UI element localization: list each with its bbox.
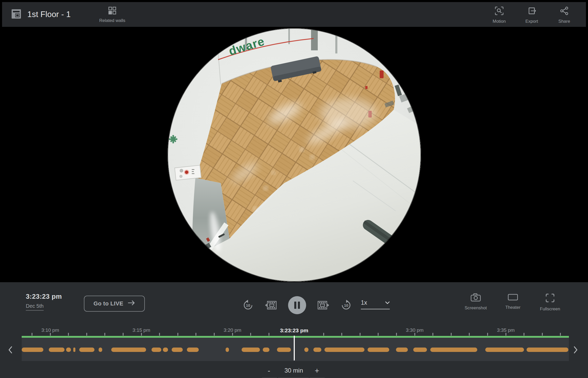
timeline-tick	[250, 333, 251, 336]
timeline-tick	[32, 333, 33, 336]
motion-event-segment[interactable]	[413, 348, 427, 352]
timeline-window-label: 30 min	[278, 367, 309, 374]
motion-event-segment[interactable]	[277, 348, 291, 352]
camera-icon	[471, 293, 481, 303]
motion-event-segment[interactable]	[172, 348, 183, 352]
timeline-tick	[196, 333, 196, 336]
playhead[interactable]	[294, 336, 295, 360]
video-viewport[interactable]: dware	[0, 27, 588, 282]
timeline-time-label: 3:10 pm	[41, 327, 59, 333]
motion-event-segment[interactable]	[527, 348, 568, 352]
export-label: Export	[525, 19, 538, 24]
previous-frame-button[interactable]	[265, 300, 277, 310]
timeline-tick	[159, 333, 160, 336]
date-link[interactable]: Dec 5th	[26, 303, 44, 311]
fullscreen-label: Fullscreen	[540, 306, 560, 312]
motion-event-segment[interactable]	[187, 348, 199, 352]
timeline[interactable]: 3:23:23 pm 3:10 pm3:15 pm3:20 pm3:30 pm3…	[22, 327, 569, 361]
motion-event-segment[interactable]	[430, 348, 477, 352]
motion-event-segment[interactable]	[313, 348, 321, 352]
chevron-left-icon	[8, 346, 13, 354]
motion-event-segment[interactable]	[99, 348, 102, 352]
export-icon	[527, 6, 536, 17]
timeline-zoom-out-button[interactable]: -	[261, 365, 277, 376]
motion-event-segment[interactable]	[226, 348, 229, 352]
rewind-10-button[interactable]: 10	[242, 299, 254, 311]
motion-event-segment[interactable]	[263, 348, 269, 352]
related-walls-label: Related walls	[99, 18, 125, 23]
timeline-tick	[469, 333, 470, 336]
motion-event-segment[interactable]	[396, 348, 408, 352]
speed-value: 1x	[361, 299, 367, 306]
export-button[interactable]: Export	[523, 6, 540, 24]
motion-event-segment[interactable]	[242, 348, 260, 352]
related-walls-button[interactable]: Related walls	[93, 6, 132, 23]
motion-event-segment[interactable]	[66, 348, 71, 352]
rewind-10-icon: 10	[242, 299, 254, 311]
go-to-live-button[interactable]: Go to LIVE	[84, 296, 145, 312]
page-title: 1st Floor - 1	[27, 10, 71, 19]
timeline-tick	[214, 333, 215, 336]
share-label: Share	[558, 19, 570, 24]
motion-event-segment[interactable]	[79, 348, 94, 352]
timeline-band[interactable]	[22, 338, 569, 361]
playback-speed-select[interactable]: 1x	[361, 299, 390, 309]
screenshot-label: Screenshot	[465, 305, 487, 311]
timeline-scroll-left-button[interactable]	[6, 345, 15, 355]
timeline-tick	[433, 333, 433, 336]
motion-event-segment[interactable]	[152, 348, 161, 352]
timeline-tick	[123, 333, 124, 336]
share-button[interactable]: Share	[556, 6, 573, 24]
forward-10-icon: 10	[340, 299, 352, 311]
view-actions: Screenshot Theater Fullscreen	[462, 293, 564, 312]
motion-label: Motion	[492, 19, 506, 24]
timeline-tick	[451, 333, 451, 336]
motion-event-segment[interactable]	[163, 348, 168, 352]
chevron-right-icon	[573, 346, 578, 354]
wall-layout-icon	[11, 9, 21, 20]
timeline-time-label: 3:30 pm	[406, 327, 424, 333]
go-to-live-label: Go to LIVE	[93, 300, 123, 307]
camera-title-group: 1st Floor - 1	[11, 2, 71, 27]
timeline-tick	[360, 333, 360, 336]
timeline-tick	[542, 333, 543, 336]
motion-event-segment[interactable]	[22, 348, 43, 352]
chevron-down-icon	[385, 301, 390, 305]
timeline-time-label: 3:35 pm	[497, 327, 515, 333]
motion-event-segment[interactable]	[485, 348, 524, 352]
motion-event-segment[interactable]	[73, 348, 75, 352]
next-frame-button[interactable]	[317, 300, 329, 310]
motion-button[interactable]: Motion	[491, 6, 507, 24]
motion-event-segment[interactable]	[304, 348, 308, 352]
fullscreen-button[interactable]: Fullscreen	[536, 293, 564, 312]
timeline-tick	[232, 333, 233, 336]
playback-controls: 10	[242, 296, 352, 314]
timeline-tick	[560, 333, 561, 336]
pause-button[interactable]	[288, 296, 306, 314]
timeline-tick	[487, 333, 488, 336]
timeline-zoom-in-button[interactable]: +	[309, 365, 325, 376]
timeline-tick	[141, 333, 142, 336]
timeline-scroll-right-button[interactable]	[571, 345, 580, 355]
timeline-tick	[378, 333, 379, 336]
forward-10-button[interactable]: 10	[340, 299, 352, 311]
motion-event-segment[interactable]	[111, 348, 146, 352]
arrow-right-icon	[128, 300, 135, 307]
svg-text:10: 10	[246, 303, 250, 308]
timeline-tick	[323, 333, 324, 336]
motion-event-segment[interactable]	[368, 348, 389, 352]
next-frame-icon	[317, 300, 329, 310]
current-time: 3:23:23 pm	[26, 293, 62, 301]
screenshot-button[interactable]: Screenshot	[462, 293, 490, 312]
timeline-tick	[414, 333, 415, 336]
motion-event-segment[interactable]	[49, 348, 65, 352]
timeline-tick	[524, 333, 525, 336]
timeline-tick	[86, 333, 87, 336]
theater-button[interactable]: Theater	[503, 293, 523, 312]
motion-event-segment[interactable]	[324, 348, 364, 352]
timeline-tick	[341, 333, 342, 336]
timeline-tick	[177, 333, 178, 336]
grid-icon	[108, 6, 116, 16]
theater-icon	[508, 293, 518, 302]
header-bar: 1st Floor - 1 Related walls	[2, 2, 586, 27]
